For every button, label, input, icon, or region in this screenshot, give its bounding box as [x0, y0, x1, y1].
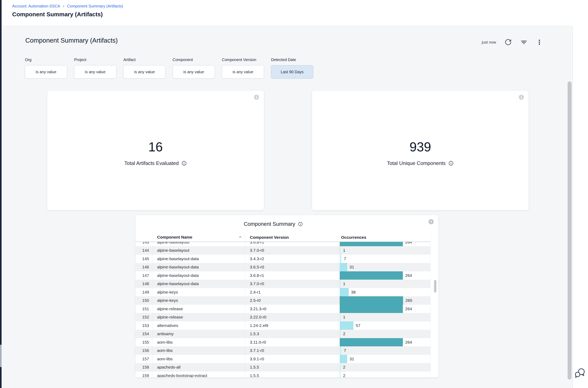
- stat-label: Total Unique Components: [387, 160, 446, 166]
- collapsed-sidebar: [0, 0, 1, 388]
- column-header-component-version[interactable]: Component Version: [245, 233, 338, 242]
- occurrences-cell: 7: [338, 255, 431, 263]
- table-row[interactable]: 150alpine-keys2.5-r0265: [135, 296, 431, 305]
- component-name-cell: alpine-release: [152, 305, 245, 313]
- column-header-occurrences[interactable]: Occurrences: [338, 233, 431, 242]
- page-scrollbar-thumb[interactable]: [567, 81, 571, 380]
- component-name-cell: antisamy: [152, 330, 245, 338]
- table-row[interactable]: 145alpine-baselayout-data3.4.3-r27: [135, 255, 431, 263]
- refresh-button[interactable]: [505, 39, 512, 46]
- filter-value-component-version[interactable]: is any value: [222, 65, 264, 78]
- table-row[interactable]: 154antisamy1.5.32: [135, 330, 431, 338]
- component-name-cell: alpine-baselayout: [152, 246, 245, 255]
- filter-value-project[interactable]: is any value: [74, 65, 116, 78]
- more-actions-button[interactable]: [536, 39, 543, 46]
- breadcrumb-account-link[interactable]: Account: Automation-SSCA: [12, 4, 60, 8]
- dashboard-controls: just now: [482, 38, 543, 47]
- table-row[interactable]: 146alpine-baselayout-data3.6.5-r031: [135, 263, 431, 271]
- occurrence-bar: [340, 288, 349, 296]
- occurrence-value: 31: [349, 355, 354, 363]
- refresh-icon: [505, 39, 512, 46]
- filter-label: Detected Date: [271, 58, 313, 62]
- table-row[interactable]: 159apacheds-bootstrap-extract1.5.52: [135, 371, 431, 378]
- occurrences-cell: 1: [338, 280, 431, 288]
- filter-value-detected-date[interactable]: Last 90 Days: [271, 65, 313, 78]
- info-icon[interactable]: [181, 161, 187, 166]
- component-version-cell: 1.5.5: [245, 371, 338, 378]
- dashboard-panel: Component Summary (Artifacts) just now: [1, 26, 573, 388]
- occurrence-bar: [340, 338, 403, 347]
- table-row[interactable]: 147alpine-baselayout-data3.6.8-r1264: [135, 271, 431, 280]
- occurrence-bar: [340, 346, 342, 355]
- component-name-cell: alpine-baselayout-data: [152, 280, 245, 288]
- row-number: 145: [135, 255, 152, 263]
- component-version-cell: 3.7.1-r0: [245, 346, 338, 355]
- component-name-cell: aom-libs: [152, 355, 245, 363]
- table-scrollbar-thumb[interactable]: [434, 280, 436, 292]
- occurrence-value: 264: [405, 242, 412, 246]
- row-number: 154: [135, 330, 152, 338]
- table-row[interactable]: 153alternatives1.24-2.el957: [135, 321, 431, 330]
- filter-value-artifact[interactable]: is any value: [123, 65, 166, 78]
- filter-artifact: Artifactis any value: [123, 58, 166, 78]
- table-row[interactable]: 144alpine-baselayout3.7.0-r01: [135, 246, 431, 255]
- occurrence-value: 2: [343, 371, 345, 378]
- column-header-label: Component Version: [250, 235, 289, 240]
- component-version-cell: 3.21.3-r0: [245, 305, 338, 313]
- app: Account: Automation-SSCA › Component Sum…: [0, 0, 588, 388]
- row-number: 148: [135, 280, 152, 288]
- chat-help-button[interactable]: [573, 366, 587, 380]
- occurrence-bar: [340, 355, 347, 363]
- sidebar-scrollbar-thumb[interactable]: [0, 345, 1, 367]
- component-version-cell: 1.5.5: [245, 363, 338, 371]
- occurrence-value: 1: [343, 313, 345, 321]
- table-row[interactable]: 149alpine-keys2.4-r138: [135, 288, 431, 296]
- breadcrumb: Account: Automation-SSCA › Component Sum…: [12, 4, 123, 8]
- info-icon[interactable]: [298, 222, 303, 227]
- globe-icon: [254, 94, 260, 100]
- stat-label: Total Artifacts Evaluated: [124, 160, 179, 166]
- row-number: 150: [135, 296, 152, 305]
- filter-value-component[interactable]: is any value: [173, 65, 215, 78]
- component-version-cell: 2.4-r1: [245, 288, 338, 296]
- occurrences-cell: 31: [338, 263, 431, 271]
- chevron-up-icon: [238, 235, 242, 239]
- breadcrumb-current-link[interactable]: Component Summary (Artifacts): [67, 4, 123, 8]
- occurrence-value: 2: [343, 330, 345, 338]
- table-row[interactable]: 157aom-libs3.9.1-r031: [135, 355, 431, 363]
- component-name-cell: alpine-release: [152, 313, 245, 321]
- filter-label: Org: [25, 58, 67, 62]
- globe-button[interactable]: [254, 94, 260, 101]
- component-name-cell: alpine-baselayout: [152, 242, 245, 246]
- globe-button[interactable]: [518, 94, 524, 101]
- occurrence-bar: [340, 280, 341, 288]
- occurrence-value: 31: [349, 263, 354, 271]
- occurrence-bar: [340, 255, 342, 263]
- occurrence-value: 1: [343, 246, 345, 255]
- occurrence-value: 264: [405, 271, 412, 280]
- table-row[interactable]: 156aom-libs3.7.1-r07: [135, 346, 431, 355]
- table-row[interactable]: 158apacheds-all1.5.52: [135, 363, 431, 371]
- filter-toggle-button[interactable]: [520, 39, 527, 46]
- component-name-cell: apacheds-all: [152, 363, 245, 371]
- occurrences-cell: 2: [338, 363, 431, 371]
- filter-icon: [520, 39, 527, 46]
- row-number: 144: [135, 246, 152, 255]
- occurrence-bar: [340, 305, 403, 313]
- dashboard-title: Component Summary (Artifacts): [25, 37, 118, 44]
- table-row[interactable]: 151alpine-release3.21.3-r0264: [135, 305, 431, 313]
- column-header-component-name[interactable]: Component Name: [152, 233, 245, 242]
- table-row[interactable]: 148alpine-baselayout-data3.7.0-r01: [135, 280, 431, 288]
- filter-project: Projectis any value: [74, 58, 116, 78]
- table-row[interactable]: 152alpine-release3.22.0-r01: [135, 313, 431, 321]
- occurrence-value: 7: [344, 346, 346, 355]
- component-name-cell: alpine-baselayout-data: [152, 263, 245, 271]
- info-icon[interactable]: [448, 161, 454, 166]
- globe-icon: [428, 219, 434, 225]
- table-header-row: Component Name Component Version Occurre…: [135, 233, 431, 242]
- globe-button[interactable]: [428, 219, 434, 225]
- table-row[interactable]: 143alpine-baselayout3.6.8-r1264: [135, 242, 431, 246]
- table-row[interactable]: 155aom-libs3.11.0-r0264: [135, 338, 431, 347]
- filter-value-org[interactable]: is any value: [25, 65, 67, 78]
- occurrences-cell: 2: [338, 330, 431, 338]
